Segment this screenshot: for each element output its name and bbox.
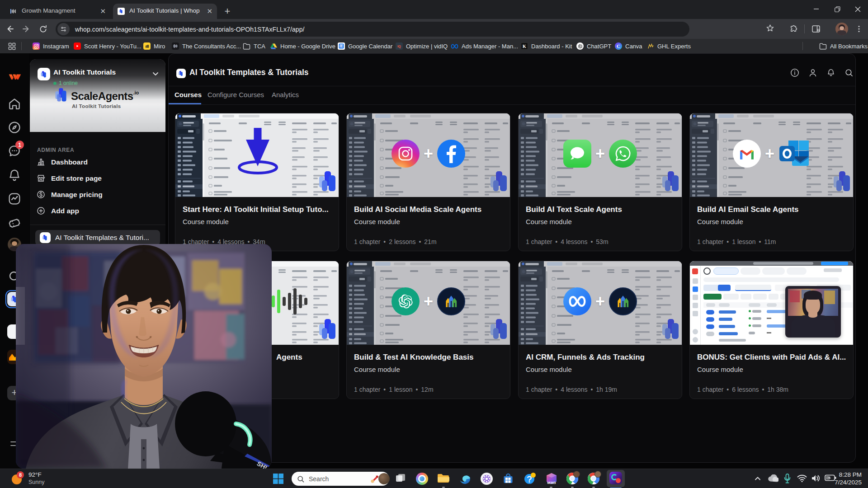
svg-text:M365: M365 [547,481,556,485]
svg-text:19: 19 [340,45,343,48]
svg-text:8: 8 [19,472,22,478]
